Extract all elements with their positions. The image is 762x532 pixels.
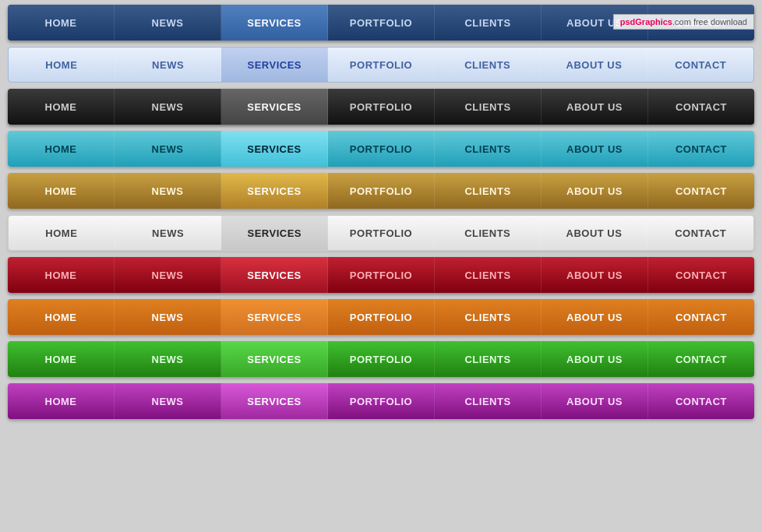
nav-nav5-clients[interactable]: CLIENTS	[435, 173, 542, 209]
nav-nav2-contact[interactable]: CONTACT	[647, 48, 753, 82]
nav-nav5-portfolio[interactable]: PORTFOLIO	[328, 173, 435, 209]
nav-nav9-portfolio[interactable]: PORTFOLIO	[328, 341, 435, 377]
nav-nav7-news[interactable]: NEWS	[115, 257, 221, 293]
nav-nav2-home[interactable]: HOME	[9, 48, 115, 82]
nav-nav9-contact[interactable]: CONTACT	[648, 341, 754, 377]
nav-nav2-clients[interactable]: CLIENTS	[435, 48, 542, 82]
nav-nav8-about[interactable]: ABOUT US	[542, 299, 648, 335]
nav-nav8-home[interactable]: HOME	[8, 299, 115, 335]
watermark-badge: psdGraphics.com free download	[613, 14, 754, 30]
navbar-nav8: HOMENEWSSERVICESPORTFOLIOCLIENTSABOUT US…	[8, 299, 754, 335]
nav-nav6-portfolio[interactable]: PORTFOLIO	[328, 216, 435, 250]
nav-nav7-contact[interactable]: CONTACT	[648, 257, 754, 293]
nav-nav3-services[interactable]: SERVICES	[221, 89, 328, 125]
nav-nav1-home[interactable]: HOME	[8, 5, 115, 41]
nav-nav4-contact[interactable]: CONTACT	[648, 131, 754, 167]
nav-nav3-home[interactable]: HOME	[8, 89, 115, 125]
nav-nav9-clients[interactable]: CLIENTS	[435, 341, 542, 377]
nav-nav7-about[interactable]: ABOUT US	[542, 257, 648, 293]
nav-nav3-clients[interactable]: CLIENTS	[435, 89, 542, 125]
nav-nav7-portfolio[interactable]: PORTFOLIO	[328, 257, 435, 293]
nav-nav9-home[interactable]: HOME	[8, 341, 115, 377]
nav-nav8-contact[interactable]: CONTACT	[648, 299, 754, 335]
nav-nav3-portfolio[interactable]: PORTFOLIO	[328, 89, 435, 125]
nav-nav4-home[interactable]: HOME	[8, 131, 115, 167]
nav-nav3-news[interactable]: NEWS	[115, 89, 221, 125]
nav-nav10-news[interactable]: NEWS	[115, 383, 221, 419]
brand-text: psdGraphics	[620, 17, 672, 26]
nav-nav6-news[interactable]: NEWS	[115, 216, 222, 250]
nav-nav1-portfolio[interactable]: PORTFOLIO	[328, 5, 435, 41]
nav-nav10-about[interactable]: ABOUT US	[542, 383, 648, 419]
nav-nav8-portfolio[interactable]: PORTFOLIO	[328, 299, 435, 335]
nav-nav10-contact[interactable]: CONTACT	[648, 383, 754, 419]
brand-suffix: .com	[672, 17, 691, 26]
nav-nav4-news[interactable]: NEWS	[115, 131, 221, 167]
nav-nav4-about[interactable]: ABOUT US	[542, 131, 648, 167]
nav-nav9-news[interactable]: NEWS	[115, 341, 221, 377]
nav-nav4-services[interactable]: SERVICES	[221, 131, 328, 167]
nav-nav1-news[interactable]: NEWS	[115, 5, 221, 41]
nav-nav3-about[interactable]: ABOUT US	[542, 89, 648, 125]
nav-nav8-news[interactable]: NEWS	[115, 299, 221, 335]
nav-nav7-home[interactable]: HOME	[8, 257, 115, 293]
navbar-nav4: HOMENEWSSERVICESPORTFOLIOCLIENTSABOUT US…	[8, 131, 754, 167]
nav-nav2-about[interactable]: ABOUT US	[542, 48, 648, 82]
nav-nav5-home[interactable]: HOME	[8, 173, 115, 209]
nav-nav8-services[interactable]: SERVICES	[221, 299, 328, 335]
nav-nav2-services[interactable]: SERVICES	[221, 48, 328, 82]
navbar-nav5: HOMENEWSSERVICESPORTFOLIOCLIENTSABOUT US…	[8, 173, 754, 209]
nav-nav2-news[interactable]: NEWS	[115, 48, 222, 82]
nav-nav4-clients[interactable]: CLIENTS	[435, 131, 542, 167]
nav-nav5-about[interactable]: ABOUT US	[542, 173, 648, 209]
nav-container: HOMENEWSSERVICESPORTFOLIOCLIENTSABOUT US…	[0, 0, 762, 430]
nav-nav6-services[interactable]: SERVICES	[221, 216, 328, 250]
navbar-nav10: HOMENEWSSERVICESPORTFOLIOCLIENTSABOUT US…	[8, 383, 754, 419]
nav-nav4-portfolio[interactable]: PORTFOLIO	[328, 131, 435, 167]
nav-nav10-home[interactable]: HOME	[8, 383, 115, 419]
nav-nav6-clients[interactable]: CLIENTS	[435, 216, 542, 250]
nav-nav1-clients[interactable]: CLIENTS	[435, 5, 542, 41]
nav-nav5-contact[interactable]: CONTACT	[648, 173, 754, 209]
navbar-nav9: HOMENEWSSERVICESPORTFOLIOCLIENTSABOUT US…	[8, 341, 754, 377]
nav-nav6-home[interactable]: HOME	[9, 216, 115, 250]
navbar-nav2: HOMENEWSSERVICESPORTFOLIOCLIENTSABOUT US…	[8, 47, 754, 83]
navbar-nav6: HOMENEWSSERVICESPORTFOLIOCLIENTSABOUT US…	[8, 215, 754, 251]
nav-nav9-about[interactable]: ABOUT US	[542, 341, 648, 377]
navbar-nav7: HOMENEWSSERVICESPORTFOLIOCLIENTSABOUT US…	[8, 257, 754, 293]
nav-nav2-portfolio[interactable]: PORTFOLIO	[328, 48, 435, 82]
nav-nav7-services[interactable]: SERVICES	[221, 257, 328, 293]
nav-nav7-clients[interactable]: CLIENTS	[435, 257, 542, 293]
nav-nav6-contact[interactable]: CONTACT	[647, 216, 753, 250]
navbar-nav3: HOMENEWSSERVICESPORTFOLIOCLIENTSABOUT US…	[8, 89, 754, 125]
nav-nav9-services[interactable]: SERVICES	[221, 341, 328, 377]
nav-nav5-news[interactable]: NEWS	[115, 173, 221, 209]
brand-tagline: free download	[691, 17, 747, 26]
nav-nav3-contact[interactable]: CONTACT	[648, 89, 754, 125]
nav-nav5-services[interactable]: SERVICES	[221, 173, 328, 209]
nav-nav10-clients[interactable]: CLIENTS	[435, 383, 542, 419]
nav-nav10-portfolio[interactable]: PORTFOLIO	[328, 383, 435, 419]
nav-nav10-services[interactable]: SERVICES	[221, 383, 328, 419]
nav-nav8-clients[interactable]: CLIENTS	[435, 299, 542, 335]
nav-nav6-about[interactable]: ABOUT US	[542, 216, 648, 250]
nav-nav1-services[interactable]: SERVICES	[221, 5, 328, 41]
